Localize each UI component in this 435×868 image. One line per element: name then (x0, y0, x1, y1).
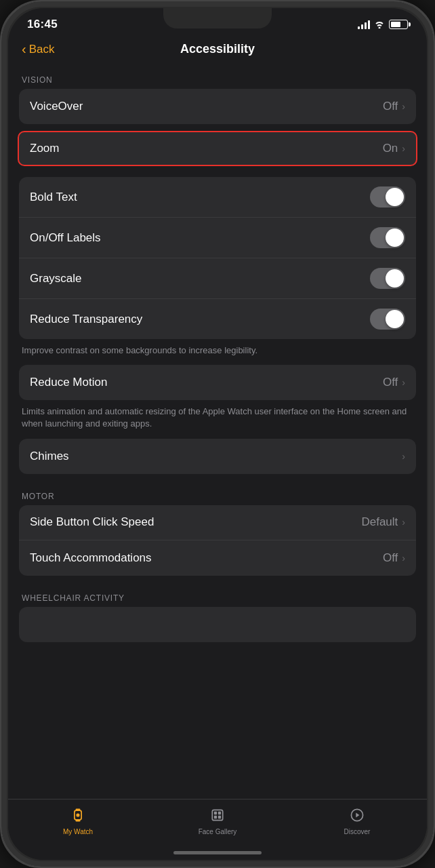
discover-icon (347, 805, 367, 825)
svg-rect-8 (218, 816, 221, 818)
zoom-label: Zoom (30, 142, 59, 155)
side-button-label: Side Button Click Speed (30, 515, 154, 529)
voiceover-group: VoiceOver Off › (19, 89, 416, 124)
my-watch-tab-label: My Watch (63, 828, 93, 835)
chimes-chevron-icon: › (402, 451, 405, 462)
reduce-transparency-helper: Improve contrast on some backgrounds to … (8, 339, 427, 365)
back-button[interactable]: ‹ Back (22, 42, 54, 57)
back-label[interactable]: Back (29, 43, 55, 56)
grayscale-label: Grayscale (30, 272, 82, 285)
discover-tab-label: Discover (344, 828, 371, 835)
reduce-transparency-toggle[interactable] (370, 309, 405, 330)
vision-toggles-group: Bold Text On/Off Labels Grayscale (19, 177, 416, 339)
bold-text-toggle[interactable] (370, 186, 405, 208)
chimes-item[interactable]: Chimes › (19, 439, 416, 474)
side-button-value: Default (361, 515, 398, 529)
nav-header: ‹ Back Accessibility (8, 37, 427, 64)
svg-rect-4 (212, 810, 222, 820)
touch-accommodations-item[interactable]: Touch Accommodations Off › (19, 540, 416, 576)
wheelchair-group (19, 607, 416, 642)
reduce-motion-helper: Limits animation and automatic resizing … (8, 400, 427, 438)
onoff-labels-toggle[interactable] (370, 227, 405, 248)
reduce-motion-right: Off › (383, 376, 405, 389)
svg-rect-5 (214, 812, 217, 814)
phone-frame: 16:45 ‹ (0, 0, 435, 868)
touch-accommodations-chevron-icon: › (402, 553, 405, 564)
svg-rect-7 (214, 816, 217, 818)
back-chevron-icon: ‹ (22, 41, 26, 57)
zoom-item[interactable]: Zoom On › (18, 131, 417, 166)
content-scroll[interactable]: VISION VoiceOver Off › Zoom On › (8, 64, 427, 821)
home-indicator (173, 851, 262, 854)
voiceover-right: Off › (383, 100, 405, 113)
svg-rect-2 (76, 820, 81, 822)
page-title: Accessibility (180, 42, 255, 56)
reduce-motion-chevron-icon: › (402, 377, 405, 388)
svg-rect-1 (76, 809, 81, 811)
wheelchair-section-header: WHEELCHAIR ACTIVITY (8, 583, 427, 607)
bold-text-label: Bold Text (30, 191, 77, 204)
reduce-motion-group: Reduce Motion Off › (19, 365, 416, 400)
touch-accommodations-value: Off (383, 551, 398, 565)
onoff-labels-item[interactable]: On/Off Labels (19, 218, 416, 258)
signal-bars-icon (358, 20, 370, 29)
my-watch-icon (68, 805, 88, 825)
side-button-right: Default › (361, 515, 405, 529)
touch-accommodations-label: Touch Accommodations (30, 551, 152, 565)
touch-accommodations-right: Off › (383, 551, 405, 565)
svg-point-3 (76, 813, 79, 816)
zoom-value: On (383, 142, 398, 155)
bold-text-item[interactable]: Bold Text (19, 177, 416, 218)
chimes-label: Chimes (30, 450, 69, 463)
onoff-labels-label: On/Off Labels (30, 231, 101, 245)
zoom-chevron-icon: › (402, 143, 405, 154)
voiceover-value: Off (383, 100, 398, 113)
svg-marker-10 (356, 813, 359, 818)
reduce-transparency-item[interactable]: Reduce Transparency (19, 299, 416, 339)
grayscale-item[interactable]: Grayscale (19, 258, 416, 299)
motor-section-header: MOTOR (8, 481, 427, 505)
side-button-chevron-icon: › (402, 517, 405, 528)
reduce-transparency-label: Reduce Transparency (30, 313, 142, 326)
face-gallery-tab-label: Face Gallery (199, 828, 237, 835)
reduce-motion-value: Off (383, 376, 398, 389)
vision-section-header: VISION (8, 64, 427, 89)
grayscale-toggle[interactable] (370, 268, 405, 289)
tab-discover[interactable]: Discover (330, 805, 384, 835)
reduce-motion-label: Reduce Motion (30, 376, 107, 389)
chimes-right: › (402, 451, 405, 462)
reduce-motion-item[interactable]: Reduce Motion Off › (19, 365, 416, 400)
tab-my-watch[interactable]: My Watch (51, 805, 105, 835)
status-time: 16:45 (27, 18, 58, 31)
voiceover-item[interactable]: VoiceOver Off › (19, 89, 416, 124)
notch (163, 8, 272, 28)
battery-icon (389, 20, 408, 29)
chimes-group: Chimes › (19, 439, 416, 474)
motor-group: Side Button Click Speed Default › Touch … (19, 505, 416, 576)
zoom-right: On › (383, 142, 405, 155)
status-icons (358, 20, 408, 29)
face-gallery-icon (207, 805, 228, 825)
wheelchair-item[interactable] (19, 607, 416, 642)
svg-rect-6 (218, 812, 221, 814)
screen: 16:45 ‹ (8, 8, 427, 860)
wifi-icon (374, 20, 385, 28)
voiceover-label: VoiceOver (30, 100, 83, 113)
voiceover-chevron-icon: › (402, 101, 405, 112)
tab-face-gallery[interactable]: Face Gallery (190, 805, 245, 835)
side-button-item[interactable]: Side Button Click Speed Default › (19, 505, 416, 540)
